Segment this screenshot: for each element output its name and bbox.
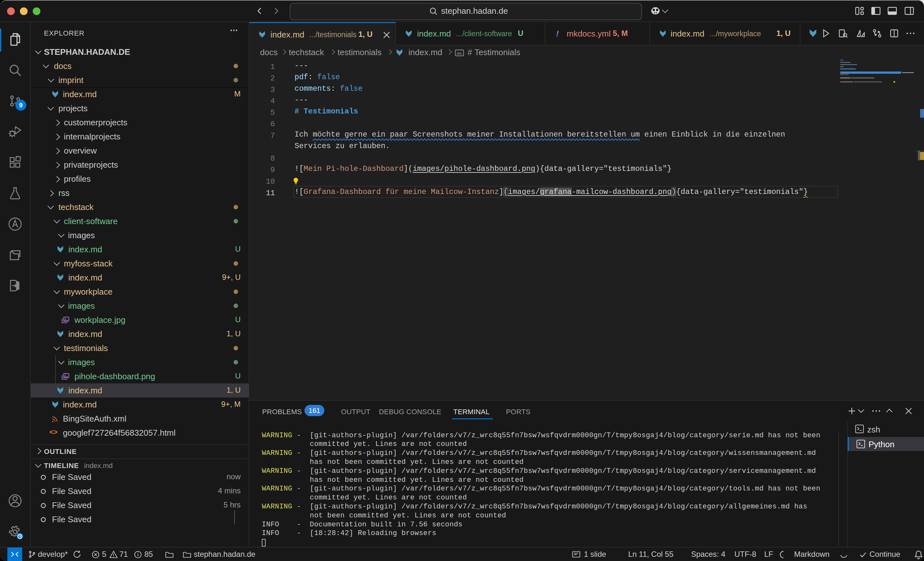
svg-text:abc: abc: [456, 51, 462, 55]
